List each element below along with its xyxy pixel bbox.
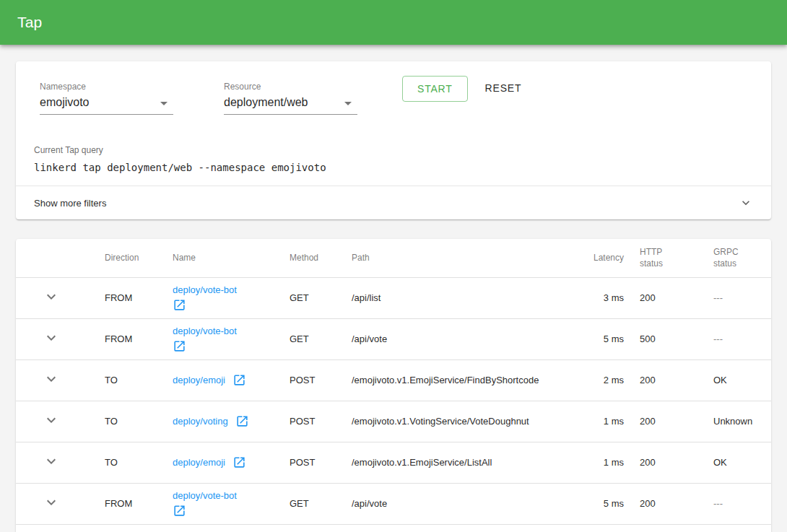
http-status-cell: 200 <box>640 442 713 483</box>
tap-results-table: Direction Name Method Path Latency HTTP … <box>16 239 771 525</box>
open-in-new-icon[interactable] <box>232 373 246 387</box>
direction-cell: TO <box>105 442 173 483</box>
chevron-down-icon[interactable] <box>739 196 753 210</box>
name-cell: deploy/emoji <box>173 359 290 401</box>
resource-label: Resource <box>224 82 357 92</box>
latency-cell: 1 ms <box>554 401 640 442</box>
resource-link[interactable]: deploy/vote-bot <box>173 284 237 295</box>
table-row: TO deploy/voting POST /emojivoto.v1.Voti… <box>16 401 771 442</box>
open-in-new-icon[interactable] <box>235 414 249 428</box>
latency-cell: 5 ms <box>554 483 640 524</box>
resource-field: Resource deployment/web <box>224 76 357 115</box>
dropdown-arrow-icon <box>344 102 352 105</box>
grpc-status-cell: OK <box>713 442 771 483</box>
col-name: Name <box>173 239 290 277</box>
resource-link[interactable]: deploy/vote-bot <box>173 326 237 336</box>
open-in-new-icon[interactable] <box>173 298 186 312</box>
expand-row-icon[interactable] <box>43 329 60 346</box>
direction-cell: TO <box>105 359 173 401</box>
latency-cell: 2 ms <box>554 359 640 401</box>
resource-link[interactable]: deploy/vote-bot <box>173 490 237 501</box>
col-http-status: HTTP status <box>640 239 713 277</box>
method-cell: POST <box>290 359 352 401</box>
page-title: Tap <box>17 14 42 31</box>
latency-cell: 3 ms <box>554 277 640 318</box>
method-cell: POST <box>290 401 352 442</box>
tap-filters-card: Namespace emojivoto Resource deployment/… <box>16 61 771 219</box>
name-cell: deploy/vote-bot <box>173 277 290 318</box>
direction-cell: FROM <box>105 318 173 359</box>
reset-button[interactable]: RESET <box>474 76 534 100</box>
grpc-status-cell: --- <box>713 277 771 318</box>
col-path: Path <box>352 239 554 277</box>
method-cell: GET <box>290 483 352 524</box>
latency-cell: 1 ms <box>554 442 640 483</box>
expand-row-icon[interactable] <box>43 370 60 388</box>
expand-row-icon[interactable] <box>43 288 60 305</box>
col-method: Method <box>290 239 352 277</box>
method-cell: GET <box>290 318 352 359</box>
name-cell: deploy/emoji <box>173 442 290 483</box>
tap-query-command: linkerd tap deployment/web --namespace e… <box>34 162 753 173</box>
current-query-section: Current Tap query linkerd tap deployment… <box>16 115 771 173</box>
path-cell: /emojivoto.v1.VotingService/VoteDoughnut <box>352 401 554 442</box>
name-cell: deploy/voting <box>173 401 290 442</box>
path-cell: /emojivoto.v1.EmojiService/ListAll <box>352 442 554 483</box>
direction-cell: FROM <box>105 277 173 318</box>
table-row: FROM deploy/vote-bot GET /api/vote 5 ms … <box>16 318 771 359</box>
show-more-filters-label: Show more filters <box>34 198 106 209</box>
resource-link[interactable]: deploy/voting <box>173 416 228 427</box>
show-more-filters-toggle[interactable]: Show more filters <box>16 186 771 219</box>
col-expand <box>16 239 105 277</box>
start-button[interactable]: START <box>402 76 468 102</box>
name-cell: deploy/vote-bot <box>173 318 290 359</box>
col-direction: Direction <box>105 239 173 277</box>
open-in-new-icon[interactable] <box>173 504 186 518</box>
path-cell: /api/vote <box>352 483 554 524</box>
open-in-new-icon[interactable] <box>173 339 186 353</box>
resource-link[interactable]: deploy/emoji <box>173 375 225 385</box>
grpc-status-cell: --- <box>713 318 771 359</box>
filter-form-row: Namespace emojivoto Resource deployment/… <box>16 61 771 115</box>
table-header-row: Direction Name Method Path Latency HTTP … <box>16 239 771 277</box>
table-row: TO deploy/emoji POST /emojivoto.v1.Emoji… <box>16 359 771 401</box>
http-status-cell: 500 <box>640 318 713 359</box>
query-label: Current Tap query <box>34 145 753 155</box>
latency-cell: 5 ms <box>554 318 640 359</box>
grpc-status-cell: OK <box>713 359 771 401</box>
expand-row-icon[interactable] <box>43 494 60 511</box>
expand-row-icon[interactable] <box>43 453 60 470</box>
resource-link[interactable]: deploy/emoji <box>173 457 225 468</box>
table-row: TO deploy/emoji POST /emojivoto.v1.Emoji… <box>16 442 771 483</box>
dropdown-arrow-icon <box>160 102 168 105</box>
http-status-cell: 200 <box>640 401 713 442</box>
direction-cell: FROM <box>105 483 173 524</box>
table-row: FROM deploy/vote-bot GET /api/list 3 ms … <box>16 277 771 318</box>
method-cell: GET <box>290 277 352 318</box>
table-row: FROM deploy/vote-bot GET /api/vote 5 ms … <box>16 483 771 524</box>
method-cell: POST <box>290 442 352 483</box>
tap-results-card: Direction Name Method Path Latency HTTP … <box>16 239 771 532</box>
path-cell: /emojivoto.v1.EmojiService/FindByShortco… <box>352 359 554 401</box>
col-latency: Latency <box>554 239 640 277</box>
grpc-status-cell: --- <box>713 483 771 524</box>
namespace-select[interactable]: emojivoto <box>40 96 173 115</box>
grpc-status-cell: Unknown <box>713 401 771 442</box>
path-cell: /api/vote <box>352 318 554 359</box>
namespace-label: Namespace <box>40 82 173 92</box>
http-status-cell: 200 <box>640 483 713 524</box>
http-status-cell: 200 <box>640 277 713 318</box>
name-cell: deploy/vote-bot <box>173 483 290 524</box>
namespace-value: emojivoto <box>40 96 89 108</box>
open-in-new-icon[interactable] <box>232 455 246 469</box>
path-cell: /api/list <box>352 277 554 318</box>
direction-cell: TO <box>105 401 173 442</box>
expand-row-icon[interactable] <box>43 411 60 429</box>
resource-value: deployment/web <box>224 96 308 108</box>
namespace-field: Namespace emojivoto <box>40 76 173 115</box>
http-status-cell: 200 <box>640 359 713 401</box>
col-grpc-status: GRPC status <box>713 239 771 277</box>
resource-select[interactable]: deployment/web <box>224 96 357 115</box>
app-header: Tap <box>0 0 787 45</box>
